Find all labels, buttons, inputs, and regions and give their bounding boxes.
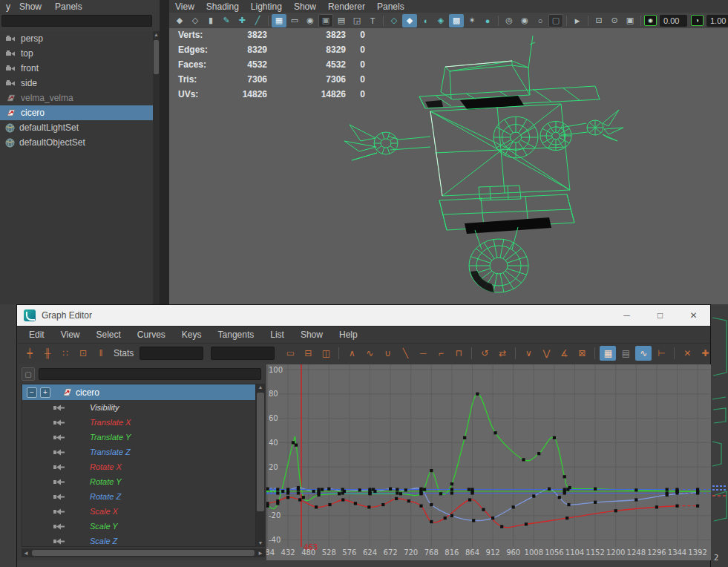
flat-tangent-icon[interactable]: ─ — [415, 346, 431, 361]
channel-row-rotate-y[interactable]: Rotate Y — [22, 474, 255, 489]
scroll-up-icon[interactable]: ▲ — [256, 384, 265, 391]
outliner-item-cicero[interactable]: cicero — [0, 105, 153, 120]
outliner-menu-partial[interactable]: y — [6, 1, 10, 12]
channel-row-scale-y[interactable]: Scale Y — [22, 519, 255, 534]
lock-tangent-weight-icon[interactable]: ⊠ — [574, 346, 590, 361]
ge-menu-keys[interactable]: Keys — [182, 330, 202, 340]
graph-editor-titlebar[interactable]: Graph Editor ─□✕ — [17, 305, 710, 326]
stacked-view-icon[interactable]: ⊟ — [300, 346, 316, 361]
stats-value-field[interactable] — [211, 347, 275, 360]
viewport-menu-renderer[interactable]: Renderer — [328, 1, 365, 12]
insert-keys-tool-icon[interactable]: ╫ — [39, 346, 56, 361]
ge-menu-view[interactable]: View — [61, 330, 80, 340]
anti-alias-icon[interactable]: ○ — [533, 14, 548, 27]
camera-attributes-icon[interactable]: ◇ — [188, 14, 203, 27]
minimize-button[interactable]: ─ — [610, 305, 643, 326]
outliner-item-side[interactable]: side — [0, 76, 153, 91]
panel-splitter[interactable] — [160, 0, 169, 304]
grease-pencil-icon[interactable]: ✎ — [219, 14, 234, 27]
channel-row-translate-z[interactable]: Translate Z — [22, 445, 255, 459]
film-gate-icon[interactable]: ▭ — [287, 14, 302, 27]
outliner-item-defaultLightSet[interactable]: defaultLightSet — [0, 120, 153, 135]
outliner-scrollbar[interactable]: ▲ — [153, 31, 160, 304]
filter-icon[interactable]: ▢ — [22, 367, 35, 381]
outliner-menu-panels[interactable]: Panels — [55, 1, 82, 12]
scrollbar-thumb[interactable] — [32, 550, 255, 556]
ge-menu-tangents[interactable]: Tangents — [218, 330, 255, 340]
channel-row-scale-x[interactable]: Scale X — [22, 504, 255, 519]
scroll-down-icon[interactable]: ▼ — [256, 540, 265, 547]
smooth-shade-icon[interactable]: ◆ — [402, 14, 417, 27]
outliner-search-input[interactable] — [1, 15, 152, 27]
absolute-view-icon[interactable]: ▭ — [282, 346, 298, 361]
viewport-menu-shading[interactable]: Shading — [206, 1, 239, 12]
move-manipulator-icon[interactable]: ✚ — [235, 14, 249, 27]
scroll-up-icon[interactable]: ▲ — [153, 31, 160, 39]
image-plane-icon[interactable]: ▣ — [623, 14, 637, 27]
wireframe-cube-icon[interactable]: ◇ — [387, 14, 401, 27]
normalized-view-icon[interactable]: ◫ — [318, 346, 334, 361]
bookmark-icon[interactable]: ▮ — [203, 14, 218, 27]
textured-icon[interactable]: ◈ — [433, 14, 448, 27]
free-tangent-weight-icon[interactable]: ∡ — [556, 346, 572, 361]
time-snap-icon[interactable]: ▦ — [600, 346, 616, 361]
ge-menu-select[interactable]: Select — [96, 330, 120, 340]
scroll-left-icon[interactable]: ◄ — [22, 550, 30, 557]
animation-curve-graph[interactable]: 4633844324805285766246727207688168649129… — [266, 364, 712, 560]
unify-tangents-icon[interactable]: ⋁ — [538, 346, 554, 361]
viewport-menu-lighting[interactable]: Lighting — [251, 1, 282, 12]
viewport-menu-show[interactable]: Show — [294, 1, 316, 12]
ge-menu-list[interactable]: List — [270, 330, 284, 340]
outliner-item-front[interactable]: front — [0, 61, 153, 76]
exposure-icon[interactable]: ◉ — [644, 15, 657, 26]
linear-tangent-icon[interactable]: ╲ — [397, 346, 413, 361]
viewport-menu-panels[interactable]: Panels — [377, 1, 404, 12]
motion-blur-icon[interactable]: ◉ — [517, 14, 532, 27]
tree-vertical-scrollbar[interactable]: ▲ ▼ — [256, 384, 265, 547]
scroll-right-icon[interactable]: ► — [256, 550, 265, 557]
exposure-field[interactable]: 0.00 — [660, 15, 687, 27]
scrollbar-thumb[interactable] — [154, 40, 159, 74]
lights-icon[interactable]: ✶ — [465, 14, 479, 27]
grid-icon[interactable]: ▦ — [272, 14, 286, 27]
channel-row-translate-x[interactable]: Translate X — [22, 415, 255, 430]
outliner-menu-show[interactable]: Show — [19, 1, 42, 12]
lattice-deform-keys-icon[interactable]: ∷ — [57, 346, 73, 361]
resolution-gate-icon[interactable]: ◉ — [303, 14, 318, 27]
move-keys-tool-icon[interactable]: ┿ — [22, 346, 38, 361]
tree-root-row[interactable]: − + cicero — [22, 384, 255, 400]
select-camera-icon[interactable]: ◆ — [172, 14, 187, 27]
ge-menu-show[interactable]: Show — [301, 330, 323, 340]
collapse-all-icon[interactable]: − — [27, 387, 37, 398]
gate-mask-icon[interactable]: ▣ — [318, 14, 333, 27]
field-chart-icon[interactable]: ▤ — [334, 14, 349, 27]
flat-shade-icon[interactable]: ◖ — [418, 14, 433, 27]
viewport-menu-view[interactable]: View — [175, 1, 194, 12]
outliner-item-top[interactable]: top — [0, 46, 153, 61]
gamma-field[interactable]: 1.00 — [706, 15, 728, 27]
channel-row-scale-z[interactable]: Scale Z — [22, 534, 255, 547]
clamped-tangent-icon[interactable]: ∪ — [379, 346, 396, 361]
scrollbar-thumb[interactable] — [257, 393, 264, 511]
safe-action-icon[interactable]: ◲ — [350, 14, 364, 27]
step-tangent-icon[interactable]: ⌐ — [433, 346, 449, 361]
channel-row-visibility[interactable]: Visibility — [22, 400, 255, 415]
brush-icon[interactable]: ╱ — [250, 14, 265, 27]
channel-row-rotate-x[interactable]: Rotate X — [22, 459, 255, 474]
plateau-tangent-icon[interactable]: ⊓ — [450, 346, 467, 361]
safe-title-icon[interactable]: T — [365, 14, 380, 27]
occlusion-icon[interactable]: ◎ — [502, 14, 517, 27]
gamma-icon[interactable]: ◑ — [691, 15, 704, 26]
grid-snap-icon[interactable]: ▤ — [617, 346, 634, 361]
break-tangents-icon[interactable]: ∨ — [520, 346, 537, 361]
depth-of-field-icon[interactable]: ▢ — [548, 14, 563, 27]
curve-ruler-icon[interactable]: ⊢ — [653, 346, 669, 361]
tree-horizontal-scrollbar[interactable]: ◄ ► — [22, 548, 265, 557]
viewport-canvas[interactable]: Verts:382338230Edges:832983290Faces:4532… — [169, 28, 728, 304]
value-snap-icon[interactable]: ∿ — [635, 346, 652, 361]
spline-tangent-icon[interactable]: ∿ — [361, 346, 378, 361]
pin-icon[interactable]: ⊙ — [607, 14, 622, 27]
outliner-item-defaultObjectSet[interactable]: defaultObjectSet — [0, 135, 153, 150]
retime-tool-icon[interactable]: ‖ — [93, 346, 109, 361]
checker-material-icon[interactable]: ▩ — [449, 14, 464, 27]
